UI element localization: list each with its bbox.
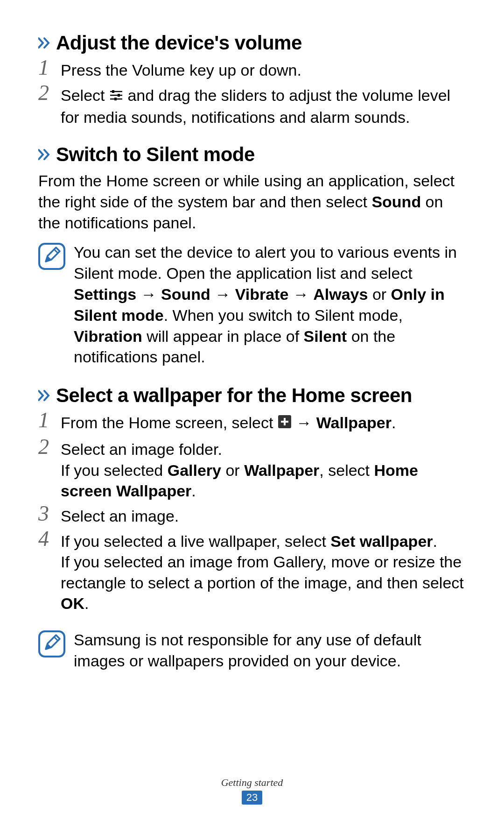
step-number: 2 <box>38 82 52 104</box>
note-pencil-icon <box>38 630 65 659</box>
step-body: Press the Volume key up or down. <box>61 59 466 80</box>
footer-section-label: Getting started <box>0 777 504 789</box>
note-text: Samsung is not responsible for any use o… <box>74 629 466 671</box>
heading-text: Adjust the device's volume <box>56 32 302 54</box>
text-bold: Silent <box>304 327 347 345</box>
wallpaper-steps: 1 From the Home screen, select → Wallpap… <box>38 411 466 614</box>
section-heading-wallpaper: Select a wallpaper for the Home screen <box>38 384 466 407</box>
text-bold: Sound <box>161 285 210 303</box>
svg-rect-5 <box>114 98 117 100</box>
text-bold: Vibrate <box>235 285 289 303</box>
step-item: 1 Press the Volume key up or down. <box>38 59 466 80</box>
text: . When you switch to Silent mode, <box>164 306 403 324</box>
step-item: 2 Select and drag the sliders to adjust … <box>38 84 466 127</box>
section-heading-volume: Adjust the device's volume <box>38 32 466 54</box>
text-line: If you selected an image from Gallery, m… <box>61 551 466 614</box>
text: From the Home screen, select <box>61 414 278 431</box>
note-box: You can set the device to alert you to v… <box>38 242 466 368</box>
step-item: 4 If you selected a live wallpaper, sele… <box>38 530 466 614</box>
text-bold: Wallpaper <box>316 414 392 431</box>
arrow: → <box>136 285 161 303</box>
heading-text: Switch to Silent mode <box>56 143 255 166</box>
arrow: → <box>288 285 313 303</box>
section-heading-silent: Switch to Silent mode <box>38 143 466 166</box>
step-number: 4 <box>38 528 52 550</box>
step-number: 2 <box>38 436 52 458</box>
text: , select <box>319 461 374 479</box>
text: If you selected <box>61 461 168 479</box>
text: . <box>392 414 396 431</box>
step-item: 3 Select an image. <box>38 505 466 526</box>
page-number-badge: 23 <box>242 791 262 805</box>
text-bold: Gallery <box>168 461 221 479</box>
step-item: 2 Select an image folder. If you selecte… <box>38 438 466 501</box>
text: . <box>84 594 89 612</box>
text-bold: Set wallpaper <box>330 532 433 550</box>
chevron-double-icon <box>38 389 51 402</box>
heading-text: Select a wallpaper for the Home screen <box>56 384 412 407</box>
text: will appear in place of <box>142 327 304 345</box>
silent-intro: From the Home screen or while using an a… <box>38 170 466 233</box>
text-bold: Settings <box>74 285 136 303</box>
text-bold: Sound <box>371 193 421 211</box>
page-footer: Getting started 23 <box>0 777 504 805</box>
note-box: Samsung is not responsible for any use o… <box>38 629 466 671</box>
step-item: 1 From the Home screen, select → Wallpap… <box>38 411 466 434</box>
svg-rect-6 <box>39 244 64 269</box>
text: . <box>191 482 196 500</box>
text: . <box>433 532 437 550</box>
text-bold: OK <box>61 594 84 612</box>
text-line: If you selected a live wallpaper, select… <box>61 531 466 551</box>
step-body: Select an image. <box>61 505 466 526</box>
text: Select <box>61 86 109 104</box>
chevron-double-icon <box>38 148 51 161</box>
svg-rect-3 <box>118 94 120 97</box>
note-pencil-icon <box>38 243 65 272</box>
svg-rect-1 <box>112 90 114 93</box>
chevron-double-icon <box>38 37 51 49</box>
text: or <box>221 461 244 479</box>
text: You can set the device to alert you to v… <box>74 243 457 282</box>
text: or <box>368 285 391 303</box>
step-number: 1 <box>38 57 52 78</box>
volume-steps: 1 Press the Volume key up or down. 2 Sel… <box>38 59 466 127</box>
sliders-icon <box>109 85 123 106</box>
text: If you selected an image from Gallery, m… <box>61 553 464 591</box>
step-number: 3 <box>38 503 52 524</box>
arrow: → <box>210 285 235 303</box>
arrow: → <box>292 414 316 431</box>
step-body: Select and drag the sliders to adjust th… <box>61 84 466 127</box>
note-text: You can set the device to alert you to v… <box>74 242 466 368</box>
svg-rect-11 <box>39 631 64 657</box>
step-body: If you selected a live wallpaper, select… <box>61 530 466 614</box>
text-bold: Vibration <box>74 327 142 345</box>
step-number: 1 <box>38 410 52 431</box>
text: Select an image folder. <box>61 439 466 459</box>
text: If you selected a live wallpaper, select <box>61 532 330 550</box>
text-bold: Wallpaper <box>244 461 319 479</box>
plus-square-icon <box>278 413 292 433</box>
text-line: If you selected Gallery or Wallpaper, se… <box>61 460 466 501</box>
text-bold: Always <box>313 285 368 303</box>
step-body: From the Home screen, select → Wallpaper… <box>61 411 466 434</box>
step-body: Select an image folder. If you selected … <box>61 438 466 501</box>
